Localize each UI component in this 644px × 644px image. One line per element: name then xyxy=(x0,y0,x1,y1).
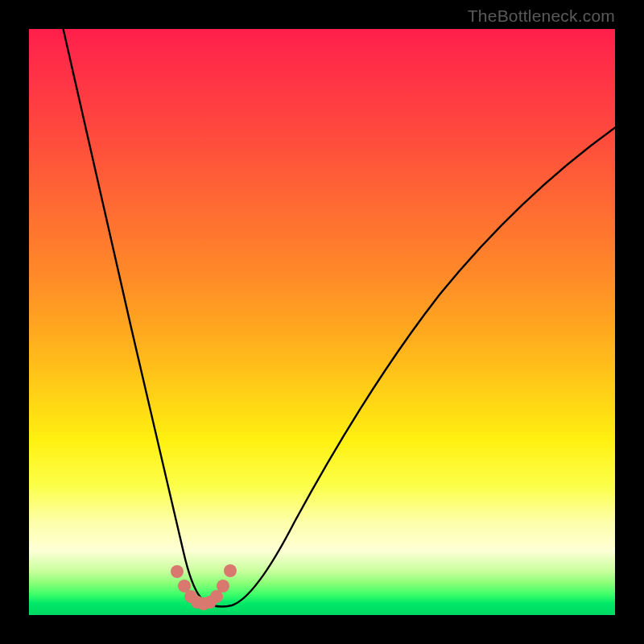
svg-point-7 xyxy=(217,580,229,592)
bottleneck-curve xyxy=(60,29,615,607)
curve-svg xyxy=(29,29,615,615)
chart-frame: TheBottleneck.com xyxy=(0,0,644,644)
plot-area xyxy=(29,29,615,615)
svg-point-0 xyxy=(171,565,184,578)
highlight-dots xyxy=(171,564,237,610)
watermark-text: TheBottleneck.com xyxy=(468,6,615,26)
svg-point-8 xyxy=(224,564,237,577)
